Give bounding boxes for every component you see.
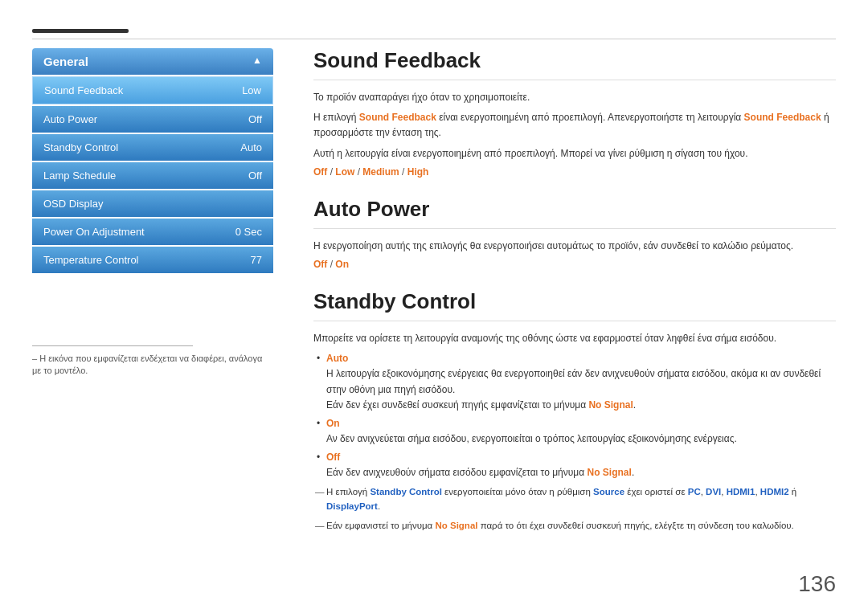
sidebar-item-osd-display[interactable]: OSD Display [32,190,273,217]
sidebar-item-lamp-schedule[interactable]: Lamp ScheduleOff [32,162,273,189]
sidebar-item-temperature-control[interactable]: Temperature Control77 [32,247,273,273]
sidebar-item-sound-feedback[interactable]: Sound FeedbackLow [32,76,273,104]
menu-item-label: Auto Power [43,113,97,125]
menu-item-label: OSD Display [43,198,103,210]
sound-feedback-para-0: Το προϊόν αναπαράγει ήχο όταν το χρησιμο… [313,90,836,105]
section-sound-feedback: Sound FeedbackΤο προϊόν αναπαράγει ήχο ό… [313,48,836,178]
sidebar-item-auto-power[interactable]: Auto PowerOff [32,106,273,133]
menu-item-value: Auto [240,141,262,153]
sound-feedback-options: Off / Low / Medium / High [313,166,836,178]
auto-power-options: Off / On [313,259,836,270]
sidebar-title-label: General [43,55,88,68]
sidebar-item-standby-control[interactable]: Standby ControlAuto [32,134,273,161]
standby-control-note-1: Εάν εμφανιστεί το μήνυμα No Signal παρά … [326,518,836,533]
menu-item-label: Sound Feedback [44,84,123,96]
menu-item-value: Off [248,113,262,125]
menu-item-label: Lamp Schedule [43,170,116,182]
sidebar-title: General ▲ [32,48,273,75]
standby-control-title: Standby Control [313,289,836,321]
section-standby-control: Standby ControlΜπορείτε να ορίσετε τη λε… [313,289,836,533]
menu-item-value: 0 Sec [235,226,262,238]
auto-power-para-0: Η ενεργοποίηση αυτής της επιλογής θα ενε… [313,239,836,254]
sidebar-arrow-icon: ▲ [252,55,262,66]
top-bar [32,29,129,33]
sound-feedback-para-2: Αυτή η λειτουργία είναι ενεργοποιημένη α… [313,146,836,161]
menu-item-value: Off [248,170,262,182]
sidebar-note-divider [32,345,193,346]
menu-item-value: Low [242,84,261,96]
sound-feedback-title: Sound Feedback [313,48,836,80]
standby-control-bullet-1: OnΑν δεν ανιχνεύεται σήμα εισόδου, ενεργ… [326,416,836,447]
main-content: Sound FeedbackΤο προϊόν αναπαράγει ήχο ό… [313,48,836,573]
sidebar-note: – Η εικόνα που εμφανίζεται ενδέχεται να … [32,345,273,378]
sidebar-item-power-on-adjustment[interactable]: Power On Adjustment0 Sec [32,219,273,245]
standby-control-bullet-0: AutoΗ λειτουργία εξοικονόμησης ενέργειας… [326,351,836,413]
standby-control-bullet-2: OffΕάν δεν ανιχνευθούν σήματα εισόδου εμ… [326,450,836,480]
sidebar-note-text: – Η εικόνα που εμφανίζεται ενδέχεται να … [32,353,273,378]
auto-power-title: Auto Power [313,197,836,229]
sidebar: General ▲ Sound FeedbackLowAuto PowerOff… [32,48,273,273]
sound-feedback-para-1: Η επιλογή Sound Feedback είναι ενεργοποι… [313,110,836,141]
menu-item-label: Power On Adjustment [43,226,145,238]
page-number: 136 [798,571,836,597]
menu-item-label: Standby Control [43,141,118,153]
top-line [32,39,836,39]
standby-control-para-0: Μπορείτε να ορίσετε τη λειτουργία αναμον… [313,331,836,346]
menu-item-value: 77 [251,254,262,266]
menu-item-label: Temperature Control [43,254,139,266]
section-auto-power: Auto PowerΗ ενεργοποίηση αυτής της επιλο… [313,197,836,270]
standby-control-note-0: Η επιλογή Standby Control ενεργοποιείται… [326,484,836,514]
